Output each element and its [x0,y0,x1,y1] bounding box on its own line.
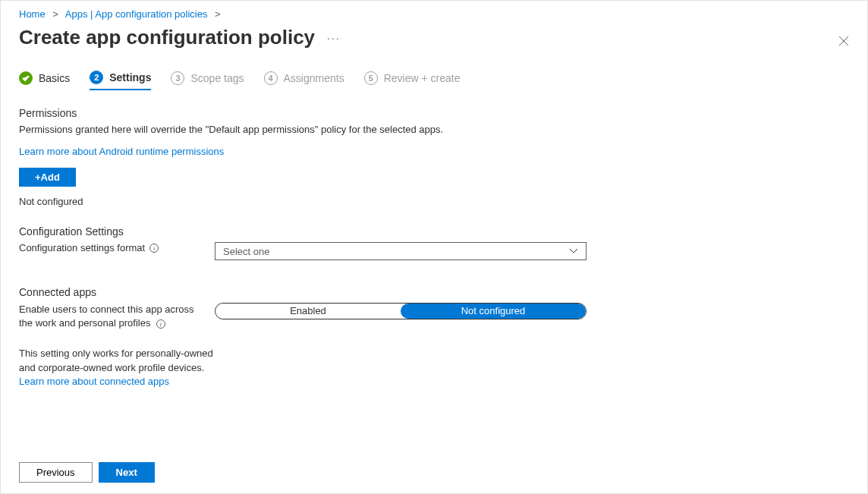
step-number-icon: 2 [90,71,103,84]
step-label: Scope tags [190,72,244,84]
permissions-title: Permissions [19,107,849,119]
permissions-learn-more-link[interactable]: Learn more about Android runtime permiss… [19,146,849,157]
connected-apps-learn-more-link[interactable]: Learn more about connected apps [19,376,169,387]
breadcrumb-sep: > [215,8,221,20]
step-label: Basics [39,72,70,84]
info-icon[interactable]: i [149,244,159,253]
connected-apps-note: This setting only works for personally-o… [19,347,216,389]
step-assignments[interactable]: 4 Assignments [264,71,344,90]
wizard-steps: Basics 2 Settings 3 Scope tags 4 Assignm… [19,71,849,90]
step-label: Settings [109,71,151,83]
step-scope-tags[interactable]: 3 Scope tags [171,71,244,90]
step-settings[interactable]: 2 Settings [90,71,151,90]
breadcrumb-sep: > [52,8,58,20]
step-number-icon: 4 [264,71,278,85]
previous-button[interactable]: Previous [19,462,93,483]
permissions-desc: Permissions granted here will override t… [19,124,849,135]
step-label: Assignments [284,72,344,84]
config-format-label: Configuration settings format [19,242,145,253]
more-actions-button[interactable]: ··· [327,32,341,44]
info-icon[interactable]: i [156,319,165,329]
next-button[interactable]: Next [99,462,155,483]
step-number-icon: 5 [364,71,378,85]
close-button[interactable] [838,36,849,49]
select-placeholder: Select one [223,246,269,257]
breadcrumb-home[interactable]: Home [19,8,46,20]
step-number-icon: 3 [171,71,184,85]
page-title: Create app configuration policy [19,26,315,49]
close-icon [838,36,849,46]
check-icon [19,71,33,85]
config-format-select[interactable]: Select one [215,242,587,260]
step-review-create[interactable]: 5 Review + create [364,71,461,90]
add-button[interactable]: +Add [19,168,76,187]
toggle-enabled[interactable]: Enabled [215,304,401,319]
breadcrumb-apps[interactable]: Apps | App configuration policies [65,8,208,20]
step-basics[interactable]: Basics [19,71,70,90]
permissions-status: Not configured [19,196,849,207]
connected-apps-title: Connected apps [19,286,849,298]
connected-apps-toggle: Enabled Not configured [215,303,587,319]
config-settings-title: Configuration Settings [19,225,849,238]
toggle-not-configured[interactable]: Not configured [401,304,586,319]
chevron-down-icon [569,246,578,256]
step-label: Review + create [384,72,461,84]
connected-apps-desc: Enable users to connect this app across … [19,303,206,330]
breadcrumb: Home > Apps | App configuration policies… [19,8,849,20]
